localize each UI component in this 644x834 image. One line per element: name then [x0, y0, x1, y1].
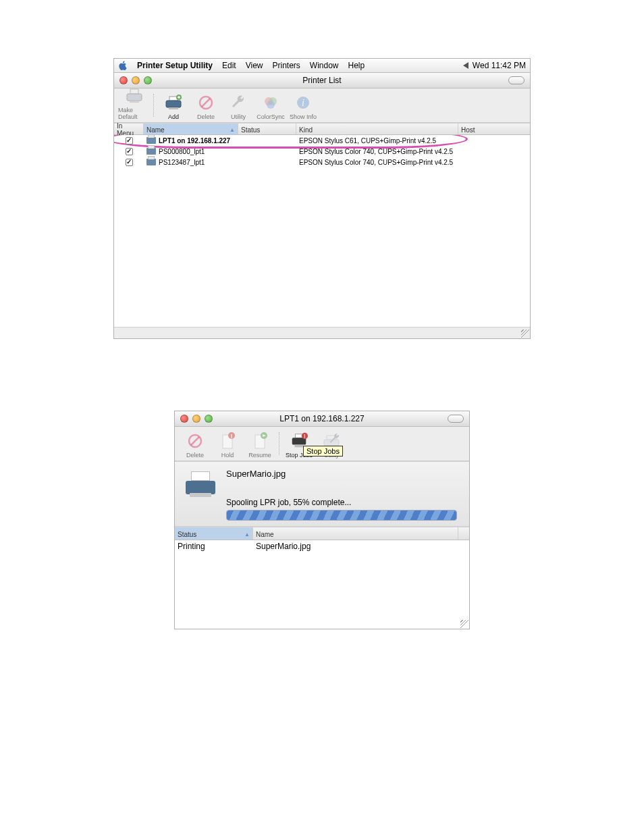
window-titlebar[interactable]: Printer List [114, 73, 530, 88]
column-headers: Status▲ Name [175, 527, 469, 540]
resume-button[interactable]: Resume [244, 432, 276, 459]
no-entry-icon [196, 93, 215, 112]
svg-rect-1 [127, 94, 142, 101]
add-button[interactable]: Add [157, 93, 190, 121]
svg-line-15 [191, 437, 199, 445]
printer-icon [146, 148, 156, 155]
window-title: LPT1 on 192.168.1.227 [175, 414, 469, 423]
colorsync-icon [261, 93, 280, 112]
job-filename: SuperMario.jpg [226, 469, 458, 479]
col-kind[interactable]: Kind [296, 124, 458, 134]
apple-menu-icon[interactable] [118, 61, 128, 70]
printer-icon [146, 159, 156, 165]
delete-button[interactable]: Delete [190, 93, 222, 121]
printer-list-window: Printer Setup Utility Edit View Printers… [113, 58, 531, 339]
utility-button[interactable]: Utility [222, 93, 254, 121]
svg-text:!: ! [231, 433, 233, 440]
svg-rect-2 [130, 101, 139, 103]
zoom-button[interactable] [205, 415, 213, 423]
volume-icon [463, 62, 468, 69]
svg-text:!: ! [304, 433, 306, 440]
menu-window[interactable]: Window [310, 61, 339, 70]
colorsync-button[interactable]: ColorSync [254, 93, 287, 121]
menu-help[interactable]: Help [348, 61, 365, 70]
svg-text:i: i [302, 98, 304, 108]
toolbar-toggle-button[interactable] [448, 415, 464, 423]
svg-line-8 [202, 99, 210, 107]
print-queue-window: LPT1 on 192.168.1.227 Delete ! Hold Resu… [174, 411, 470, 629]
minimize-button[interactable] [192, 415, 200, 423]
delete-button[interactable]: Delete [179, 432, 211, 459]
col-inmenu[interactable]: In Menu [114, 124, 144, 134]
printer-icon [186, 471, 215, 497]
col-status[interactable]: Status [238, 124, 296, 134]
make-default-button[interactable]: Make Default [118, 86, 151, 121]
col-host[interactable]: Host [458, 124, 530, 134]
traffic-lights [175, 415, 213, 423]
minimize-button[interactable] [132, 76, 140, 84]
tooltip: Stop Jobs [303, 446, 343, 457]
in-menu-checkbox[interactable] [126, 137, 133, 145]
col-status[interactable]: Status▲ [175, 527, 253, 540]
svg-point-11 [267, 101, 275, 109]
traffic-lights [114, 76, 152, 84]
doc-resume-icon [250, 432, 269, 450]
svg-rect-0 [130, 89, 138, 94]
toolbar: Delete ! Hold Resume ! Stop Jobs Utility [175, 427, 469, 461]
show-info-button[interactable]: i Show Info [287, 93, 319, 121]
app-name[interactable]: Printer Setup Utility [137, 61, 213, 70]
table-row[interactable]: PS000800_lpt1 EPSON Stylus Color 740, CU… [114, 146, 530, 157]
menu-clock[interactable]: Wed 11:42 PM [463, 61, 526, 70]
sort-asc-icon: ▲ [244, 531, 250, 538]
in-menu-checkbox[interactable] [126, 148, 133, 155]
job-status-text: Spooling LPR job, 55% complete... [226, 498, 458, 507]
printer-default-icon [125, 86, 144, 105]
toolbar-toggle-button[interactable] [508, 76, 525, 84]
table-row[interactable]: PS123487_lpt1 EPSON Stylus Color 740, CU… [114, 157, 530, 167]
info-icon: i [294, 93, 313, 112]
window-titlebar[interactable]: LPT1 on 192.168.1.227 [175, 411, 469, 427]
col-name[interactable]: Name▲ [144, 124, 238, 134]
window-title: Printer List [114, 76, 530, 85]
menu-printers[interactable]: Printers [273, 61, 300, 70]
menubar: Printer Setup Utility Edit View Printers… [114, 59, 530, 73]
svg-rect-5 [169, 107, 178, 109]
no-entry-icon [186, 432, 205, 450]
in-menu-checkbox[interactable] [126, 159, 133, 166]
printer-icon [146, 137, 156, 144]
doc-hold-icon: ! [218, 432, 237, 450]
printer-add-icon [164, 93, 183, 112]
job-status-panel: SuperMario.jpg Spooling LPR job, 55% com… [175, 461, 469, 527]
sort-asc-icon: ▲ [230, 127, 235, 133]
zoom-button[interactable] [144, 76, 152, 84]
table-row[interactable]: LPT1 on 192.168.1.227 EPSON Stylus C61, … [114, 135, 530, 146]
svg-rect-4 [166, 101, 181, 107]
table-row[interactable]: Printing SuperMario.jpg [175, 540, 469, 552]
close-button[interactable] [119, 76, 128, 84]
menu-view[interactable]: View [246, 61, 263, 70]
progress-fill [227, 511, 456, 520]
job-list-body[interactable]: Printing SuperMario.jpg [175, 540, 469, 629]
printer-list-body[interactable]: LPT1 on 192.168.1.227 EPSON Stylus C61, … [114, 135, 530, 327]
svg-rect-24 [294, 445, 303, 448]
toolbar: Make Default Add Delete Utility ColorSy [114, 88, 530, 123]
close-button[interactable] [180, 415, 188, 423]
resize-handle[interactable] [460, 620, 468, 628]
column-headers: In Menu Name▲ Status Kind Host [114, 123, 530, 135]
progress-bar [226, 510, 457, 521]
col-name[interactable]: Name [253, 527, 458, 540]
wrench-icon [229, 93, 248, 112]
hold-button[interactable]: ! Hold [211, 432, 244, 459]
menu-edit[interactable]: Edit [222, 61, 236, 70]
resize-handle[interactable] [521, 330, 529, 338]
